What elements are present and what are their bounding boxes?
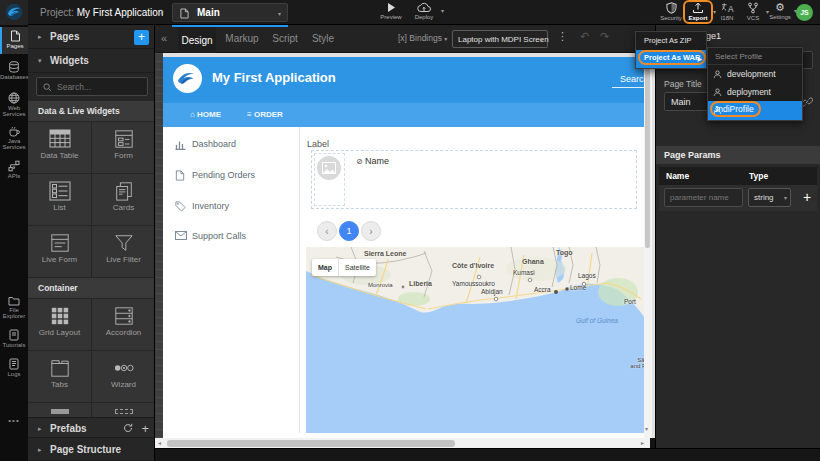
widget-tile-live-filter[interactable]: Live Filter [92,226,155,277]
widget-tile-form[interactable]: Form [92,122,155,173]
search-underline [612,87,644,88]
chevron-down-icon: ▾ [444,36,447,42]
widget-search-input[interactable] [57,80,145,93]
app-sidenav-support-calls[interactable]: Support Calls [175,231,295,243]
accordion-icon [114,306,134,326]
list-card-widget[interactable]: ⊘ Name [311,150,637,209]
kebab-menu-icon[interactable]: ⋮ [557,30,568,43]
app-sidenav-inventory[interactable]: Inventory [175,201,295,213]
widget-tile-cards[interactable]: Cards [92,174,155,225]
rail-item-databases[interactable]: Databases [0,58,28,85]
deploy-button[interactable]: Deploy ▾ [406,2,442,20]
label-widget[interactable]: Label [307,139,329,149]
tab-script[interactable]: Script [266,25,304,53]
select-profile-submenu: Select Profile development deployment Jn… [707,47,803,121]
settings-label: Settings [766,14,794,20]
wavemaker-logo[interactable] [0,0,28,25]
dashboard-icon [175,139,186,150]
rail-label: Logs [0,371,28,377]
pages-panel-header[interactable]: ▸ Pages + [28,25,155,49]
tab-markup[interactable]: Markup [220,25,264,53]
widget-tile-partial[interactable] [92,403,155,417]
google-map-widget[interactable]: Sierra Leone Côte d'Ivoire Ghana Togo Ku… [306,247,644,433]
widget-tile-live-form[interactable]: Live Form [28,226,91,277]
rail-item-java-services[interactable]: Java Services [0,123,28,156]
tile-label: Grid Layout [28,328,91,337]
device-selector[interactable]: Laptop with MDPI Screen ▾ [452,30,548,48]
vcs-button[interactable]: VCS ▾ [740,2,766,21]
add-prefab-button[interactable]: + [141,418,149,439]
column-type: Type [749,167,768,185]
widget-tile-accordion[interactable]: Accordion [92,299,155,350]
menu-item-project-as-war[interactable]: Project As WAR ▶ [636,50,706,68]
project-name: My First Application [77,7,164,18]
rail-item-file-explorer[interactable]: File Explorer [0,293,28,326]
tab-design[interactable]: Design [178,25,216,53]
tile-label: Form [92,151,155,160]
satellite-button[interactable]: Satellite [339,259,376,276]
map-button[interactable]: Map [312,259,339,276]
profile-jndiprofile[interactable]: JndiProfile [708,101,802,120]
pagination-next-button[interactable]: › [361,221,381,241]
widget-tile-data-table[interactable]: Data Table [28,122,91,173]
export-dropdown-menu: Project As ZIP Project As WAR ▶ [635,31,707,69]
map-label-liberia: Liberia [409,280,432,287]
map-label-kumasi: Kumasi [513,269,535,276]
map-type-control[interactable]: Map Satellite [312,259,376,276]
widget-tile-tabs[interactable]: Tabs [28,351,91,402]
collapse-panel-icon[interactable]: « [161,32,167,44]
rail-more-button[interactable]: ••• [0,413,28,427]
rail-item-logs[interactable]: Logs [0,355,28,382]
preview-button[interactable]: Preview [376,2,406,20]
widget-tile-list[interactable]: List [28,174,91,225]
param-type-select[interactable]: string ▾ [748,188,791,207]
add-page-button[interactable]: + [134,30,149,45]
scroll-down-arrow[interactable]: ▾ [645,425,648,432]
redo-icon[interactable]: ↷ [600,30,609,43]
rail-item-web-services[interactable]: Web Services [0,89,28,122]
widgets-panel-header[interactable]: ▾ Widgets [28,49,155,73]
pagination-page-1[interactable]: 1 [339,221,359,241]
nav-item-order[interactable]: ≡ ORDER [247,110,283,119]
databases-icon [8,61,20,73]
bindings-button[interactable]: [x] Bindings ▾ [398,33,447,43]
rail-label: Pages [2,43,28,49]
add-param-button[interactable]: + [798,186,816,208]
menu-item-project-as-zip[interactable]: Project As ZIP [636,32,706,50]
param-name-input[interactable] [664,188,743,207]
scroll-right-arrow[interactable]: ▸ [641,439,644,446]
i18n-button[interactable]: A I18N [714,2,740,21]
settings-button[interactable]: ⚙ Settings ▾ [766,1,794,20]
profile-deployment[interactable]: deployment [708,83,802,101]
section-container: Container [28,278,155,298]
app-title: My First Application [212,70,336,85]
page-structure-header[interactable]: ▸ Page Structure [28,438,155,461]
vertical-scroll-thumb[interactable] [645,58,650,248]
scroll-left-arrow[interactable]: ◂ [158,439,161,446]
horizontal-scroll-thumb[interactable] [167,440,455,447]
tabs-icon [50,358,70,378]
rail-item-tutorials[interactable]: Tutorials [0,326,28,353]
refresh-icon[interactable] [123,423,133,433]
gear-icon: ⚙ [766,1,794,13]
tutorials-icon [9,329,19,341]
user-avatar[interactable]: JS [796,4,813,21]
tab-style[interactable]: Style [306,25,340,53]
profile-development[interactable]: development [708,65,802,83]
no-binding-icon: ⊘ [356,157,363,166]
app-sidenav-pending-orders[interactable]: Pending Orders [175,170,295,182]
widget-tile-grid-layout[interactable]: Grid Layout [28,299,91,350]
widget-tile-wizard[interactable]: Wizard [92,351,155,402]
security-button[interactable]: Security [656,2,686,21]
rail-item-apis[interactable]: APIs [0,157,28,184]
prefabs-panel-header[interactable]: ▸ Prefabs + [28,417,155,438]
rail-item-pages[interactable]: Pages [0,27,28,54]
pagination-prev-button[interactable]: ‹ [317,221,337,241]
undo-icon[interactable]: ↶ [580,30,589,43]
apis-icon [8,160,20,172]
page-selector-dropdown[interactable]: Main ▾ [172,3,288,22]
widget-tile-partial[interactable] [28,403,91,417]
nav-item-home[interactable]: ⌂ HOME [190,110,221,119]
app-header[interactable]: My First Application Search [163,57,644,103]
app-sidenav-dashboard[interactable]: Dashboard [175,139,295,151]
